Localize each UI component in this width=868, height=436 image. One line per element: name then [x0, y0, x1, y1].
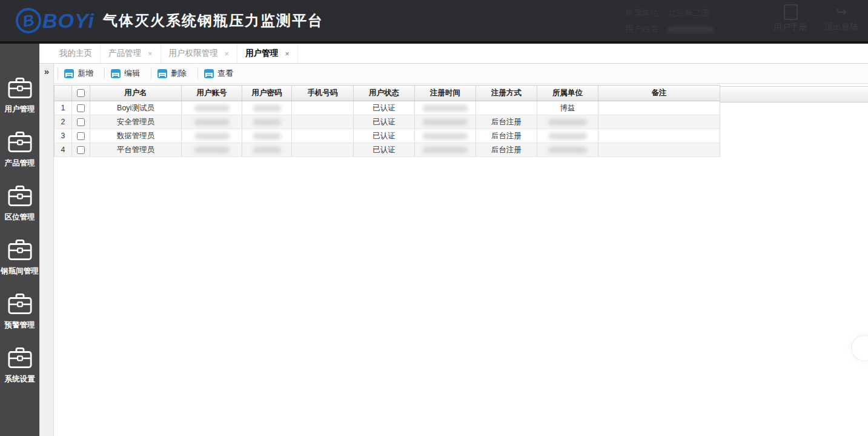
table-cell [292, 101, 354, 115]
sidebar-collapse-strip: » [39, 64, 54, 436]
row-number: 2 [54, 115, 72, 129]
table-cell [292, 115, 354, 129]
redacted-value [423, 147, 468, 153]
table-cell [242, 101, 292, 115]
sidebar-item[interactable]: 钢瓶间管理 [1, 238, 39, 277]
briefcase-icon [7, 184, 33, 207]
sidebar-item[interactable]: 预警管理 [5, 292, 35, 330]
redacted-value [548, 133, 587, 139]
column-header: 用户密码 [242, 86, 292, 101]
tab-label: 用户权限管理 [169, 48, 218, 59]
toolbar-button[interactable]: 查看 [197, 67, 244, 79]
table-cell: 后台注册 [476, 115, 537, 129]
tab-close-icon[interactable]: × [225, 49, 230, 58]
app-header: B BOYi 气体灭火系统钢瓶压力监测平台 所属单位：北京第二国 用户姓名： 用… [0, 0, 868, 41]
redacted-value [548, 147, 587, 153]
table-cell [182, 143, 242, 156]
toolbar-button-label: 编辑 [124, 68, 140, 79]
logo-icon: B [14, 6, 44, 36]
content-panel: 新增 编辑 删除 查看 用户名用户账号用户密码手机号码用 [54, 64, 868, 436]
table-row[interactable]: 3数据管理员已认证后台注册 [54, 129, 720, 143]
table-row[interactable]: 1Boyi测试员已认证博益 [54, 101, 720, 115]
table-cell: 已认证 [354, 129, 415, 143]
toolbar-button[interactable]: 编辑 [104, 67, 151, 79]
redacted-value [194, 119, 230, 126]
redacted-value [194, 133, 230, 139]
column-header: 所属单位 [537, 86, 598, 101]
table-cell: 博益 [537, 101, 598, 115]
table-cell [72, 86, 90, 101]
table-row[interactable]: 4平台管理员已认证后台注册 [54, 143, 720, 157]
table-cell [242, 129, 292, 143]
manual-icon [784, 4, 798, 20]
toolbar-button[interactable]: 新增 [58, 67, 104, 79]
grid-wrap: 用户名用户账号用户密码手机号码用户状态注册时间注册方式所属单位备注 1Boyi测… [54, 84, 868, 157]
form-icon [111, 69, 121, 78]
logout-label: 退出登陆 [824, 22, 858, 33]
sidebar-item-label: 用户管理 [5, 104, 35, 115]
table-cell [415, 143, 476, 156]
tab-close-icon[interactable]: × [148, 49, 153, 58]
table-cell [72, 101, 90, 115]
briefcase-icon [7, 76, 33, 99]
table-cell [598, 143, 720, 156]
table-body: 1Boyi测试员已认证博益2安全管理员已认证后台注册3数据管理员已认证后台注册4… [54, 101, 720, 157]
row-number: 3 [54, 129, 72, 143]
form-icon [64, 69, 74, 78]
table-cell: 已认证 [354, 115, 415, 129]
main-area: 我的主页 产品管理 × 用户权限管理 × 用户管理 × » [39, 44, 868, 436]
user-manual-button[interactable]: 用户手册 [774, 4, 807, 33]
table-cell [72, 129, 90, 143]
sidebar-item[interactable]: 系统设置 [5, 346, 35, 384]
tab[interactable]: 产品管理 × [101, 44, 161, 63]
sidebar-item[interactable]: 产品管理 [5, 130, 35, 169]
table-cell: 后台注册 [476, 143, 537, 156]
expand-panel-button[interactable]: » [44, 67, 49, 436]
manual-label: 用户手册 [774, 22, 807, 33]
column-header: 用户名 [90, 86, 182, 101]
user-name-redacted [668, 26, 714, 33]
column-header: 用户账号 [182, 86, 242, 101]
row-checkbox[interactable] [77, 104, 85, 112]
table-cell [72, 115, 90, 129]
tab[interactable]: 用户权限管理 × [161, 44, 238, 63]
table-cell [537, 129, 598, 143]
table-cell [598, 101, 720, 115]
redacted-value [194, 147, 230, 153]
select-all-checkbox[interactable] [77, 89, 85, 97]
header-actions: 用户手册 ↪ 退出登陆 [774, 4, 858, 33]
table-cell [476, 101, 537, 115]
toolbar-button-label: 新增 [78, 68, 93, 79]
sidebar-item-label: 预警管理 [5, 320, 35, 330]
app-logo: B BOYi [16, 8, 94, 33]
tab-close-icon[interactable]: × [285, 49, 290, 58]
briefcase-icon [7, 346, 33, 369]
sidebar-item[interactable]: 区位管理 [5, 184, 35, 223]
unit-text: 所属单位：北京第二国 [625, 5, 714, 21]
form-icon [204, 69, 214, 78]
redacted-value [253, 105, 281, 112]
sidebar-item-label: 区位管理 [5, 212, 35, 223]
table-cell [182, 115, 242, 129]
table-row[interactable]: 2安全管理员已认证后台注册 [54, 115, 720, 129]
tab[interactable]: 我的主页 [51, 44, 101, 63]
toolbar-button[interactable]: 删除 [151, 67, 197, 79]
table-cell: Boyi测试员 [90, 101, 182, 115]
redacted-value [194, 105, 230, 112]
sidebar-item-label: 产品管理 [5, 158, 35, 169]
sidebar-item-label: 钢瓶间管理 [1, 266, 39, 277]
table-cell [54, 86, 72, 101]
table-cell [598, 115, 720, 129]
sidebar-item[interactable]: 用户管理 [5, 76, 35, 115]
logout-button[interactable]: ↪ 退出登陆 [824, 4, 858, 33]
sidebar: 用户管理 产品管理 区位管理 [0, 44, 39, 436]
tab[interactable]: 用户管理 × [237, 44, 298, 63]
table-cell: 平台管理员 [90, 143, 182, 156]
row-checkbox[interactable] [77, 146, 85, 154]
redacted-value [253, 147, 281, 153]
row-checkbox[interactable] [77, 132, 85, 140]
table-cell [242, 115, 292, 129]
row-checkbox[interactable] [77, 118, 85, 126]
table-cell: 数据管理员 [90, 129, 182, 143]
table-cell [182, 129, 242, 143]
